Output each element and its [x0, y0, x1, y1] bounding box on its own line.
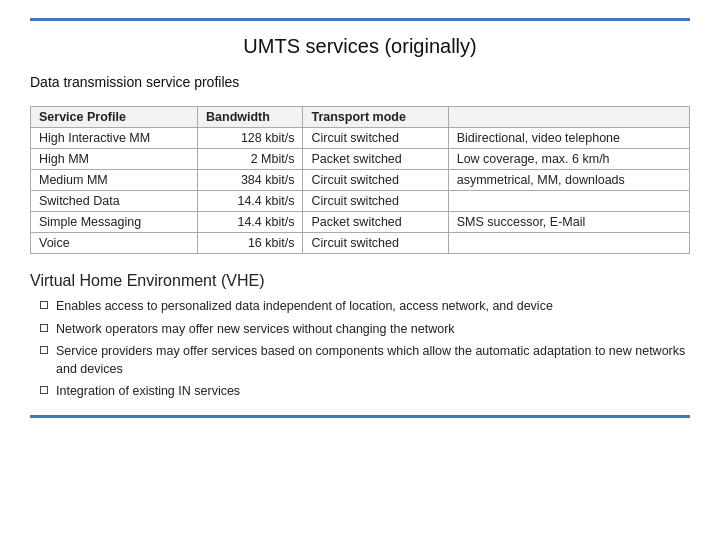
bullet-icon [40, 301, 48, 309]
list-item: Network operators may offer new services… [40, 321, 690, 339]
top-border [30, 18, 690, 21]
list-item: Service providers may offer services bas… [40, 343, 690, 378]
service-profiles-table: Service ProfileBandwidthTransport modeHi… [30, 106, 690, 254]
vhe-title: Virtual Home Environment (VHE) [30, 272, 690, 290]
section-title: Data transmission service profiles [30, 74, 690, 90]
bullet-icon [40, 386, 48, 394]
table-row: High MM2 Mbit/sPacket switchedLow covera… [31, 149, 690, 170]
table-row: Medium MM384 kbit/sCircuit switchedasymm… [31, 170, 690, 191]
page-title: UMTS services (originally) [30, 35, 690, 58]
table-row: Switched Data14.4 kbit/sCircuit switched [31, 191, 690, 212]
vhe-section: Virtual Home Environment (VHE) Enables a… [30, 272, 690, 401]
table-row: High Interactive MM128 kbit/sCircuit swi… [31, 128, 690, 149]
bottom-border [30, 415, 690, 418]
bullet-icon [40, 324, 48, 332]
list-item: Integration of existing IN services [40, 383, 690, 401]
list-item: Enables access to personalized data inde… [40, 298, 690, 316]
bullet-list: Enables access to personalized data inde… [30, 298, 690, 401]
bullet-icon [40, 346, 48, 354]
page-container: UMTS services (originally) Data transmis… [0, 0, 720, 540]
table-row: Voice16 kbit/sCircuit switched [31, 233, 690, 254]
table-row: Simple Messaging14.4 kbit/sPacket switch… [31, 212, 690, 233]
